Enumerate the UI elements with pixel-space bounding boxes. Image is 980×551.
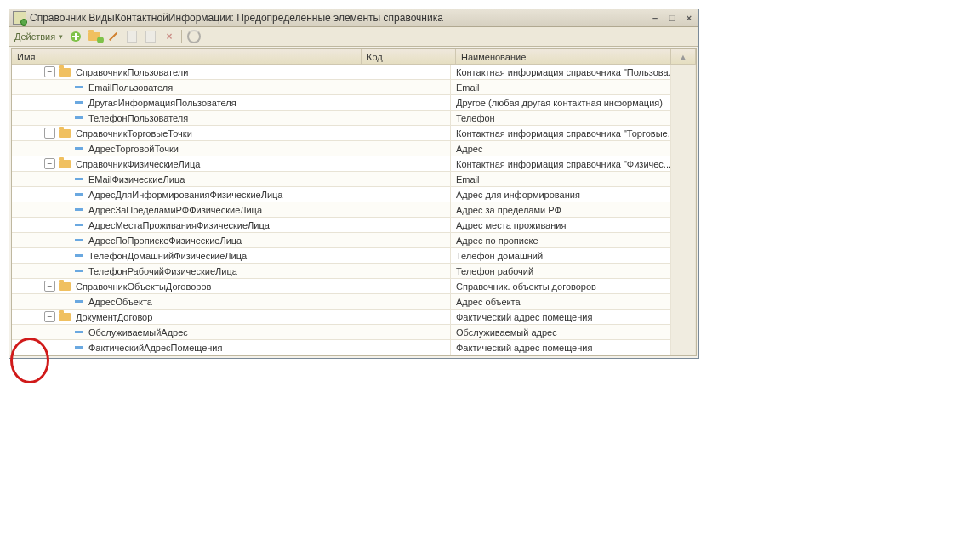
scrollbar-track[interactable]: [671, 340, 696, 355]
scrollbar-track[interactable]: [671, 111, 696, 126]
scrollbar-track[interactable]: [671, 187, 696, 202]
expander-icon[interactable]: −: [44, 158, 55, 169]
table-row[interactable]: −СправочникФизическиеЛицаКонтактная инфо…: [12, 156, 696, 172]
table-row[interactable]: АдресДляИнформированияФизическиеЛицаАдре…: [12, 187, 696, 202]
table-row[interactable]: −СправочникТорговыеТочкиКонтактная инфор…: [12, 126, 696, 141]
scrollbar-track[interactable]: [671, 233, 696, 248]
row-name: АдресОбъекта: [88, 297, 152, 307]
row-name: СправочникПользователи: [76, 67, 188, 77]
move-button[interactable]: [144, 30, 157, 43]
scrollbar-track[interactable]: [671, 294, 696, 310]
scrollbar-track[interactable]: [671, 310, 696, 325]
code-cell: [356, 233, 451, 248]
scrollbar-track[interactable]: [671, 218, 696, 233]
name-cell: ТелефонРабочийФизическиеЛица: [12, 264, 356, 279]
row-name: АдресМестаПроживанияФизическиеЛица: [88, 220, 270, 230]
code-cell: [356, 325, 451, 340]
expander-icon[interactable]: −: [44, 311, 55, 322]
desc-cell: Телефон домашний: [451, 248, 671, 264]
desc-cell: Email: [451, 80, 671, 95]
minimize-button[interactable]: –: [649, 12, 661, 24]
desc-cell: Телефон рабочий: [451, 264, 671, 279]
scrollbar-track[interactable]: [671, 95, 696, 111]
table-row[interactable]: АдресТорговойТочкиАдрес: [12, 141, 696, 156]
item-icon: [75, 239, 83, 241]
table-row[interactable]: ТелефонРабочийФизическиеЛицаТелефон рабо…: [12, 264, 696, 279]
name-cell: АдресОбъекта: [12, 294, 356, 310]
table-row[interactable]: −СправочникПользователиКонтактная информ…: [12, 65, 696, 80]
expander-icon[interactable]: −: [44, 66, 55, 77]
table-row[interactable]: ОбслуживаемыйАдресОбслуживаемый адрес: [12, 325, 696, 340]
expander-icon[interactable]: −: [44, 128, 55, 139]
name-cell: EMailФизическиеЛица: [12, 172, 356, 187]
col-header-desc[interactable]: Наименование: [456, 49, 671, 65]
pencil-icon: [109, 32, 117, 41]
table-row[interactable]: ТелефонДомашнийФизическиеЛицаТелефон дом…: [12, 248, 696, 264]
item-icon: [75, 346, 83, 349]
scrollbar-track[interactable]: [671, 264, 696, 279]
scrollbar-track[interactable]: [671, 202, 696, 218]
table-row[interactable]: EmailПользователяEmail: [12, 80, 696, 95]
scrollbar-track[interactable]: [671, 156, 696, 172]
scrollbar-track[interactable]: [671, 141, 696, 156]
scrollbar-track[interactable]: [671, 126, 696, 141]
separator: [181, 30, 182, 43]
folder-icon: [59, 282, 71, 291]
table-row[interactable]: АдресЗаПределамиРФФизическиеЛицаАдрес за…: [12, 202, 696, 218]
table-row[interactable]: ТелефонПользователяТелефон: [12, 111, 696, 126]
scrollbar-track[interactable]: [671, 325, 696, 340]
scrollbar-track[interactable]: [671, 80, 696, 95]
refresh-button[interactable]: [187, 30, 201, 43]
chevron-down-icon: ▼: [57, 33, 64, 41]
desc-cell: Другое (любая другая контактная информац…: [451, 95, 671, 111]
code-cell: [356, 202, 451, 218]
titlebar[interactable]: Справочник ВидыКонтактнойИнформации: Пре…: [9, 9, 698, 27]
actions-menu[interactable]: Действия ▼: [14, 31, 64, 42]
code-cell: [356, 264, 451, 279]
item-icon: [75, 86, 83, 88]
name-cell: ФактическийАдресПомещения: [12, 340, 356, 355]
name-cell: АдресТорговойТочки: [12, 141, 356, 156]
row-name: СправочникОбъектыДоговоров: [76, 281, 211, 292]
desc-cell: Обслуживаемый адрес: [451, 325, 671, 340]
scrollbar-track[interactable]: [671, 65, 696, 80]
scroll-up-button[interactable]: ▲: [671, 49, 696, 65]
item-icon: [75, 101, 83, 104]
delete-button[interactable]: ×: [162, 30, 176, 43]
table-row[interactable]: −СправочникОбъектыДоговоровСправочник. о…: [12, 279, 696, 294]
table-row[interactable]: АдресОбъектаАдрес объекта: [12, 294, 696, 310]
copy-button[interactable]: [125, 30, 139, 43]
expander-icon[interactable]: −: [44, 281, 55, 292]
scrollbar-track[interactable]: [671, 172, 696, 187]
name-cell: −СправочникПользователи: [12, 65, 356, 80]
col-header-name[interactable]: Имя: [12, 49, 362, 65]
table-row[interactable]: ФактическийАдресПомещенияФактический адр…: [12, 340, 696, 355]
row-name: EMailФизическиеЛица: [88, 174, 185, 185]
desc-cell: Справочник. объекты договоров: [451, 279, 671, 294]
add-folder-button[interactable]: [88, 30, 101, 43]
close-button[interactable]: ×: [683, 12, 695, 24]
row-name: ДругаяИнформацияПользователя: [88, 98, 236, 108]
scrollbar-track[interactable]: [671, 248, 696, 264]
row-name: АдресЗаПределамиРФФизическиеЛица: [88, 205, 262, 215]
table-row[interactable]: EMailФизическиеЛицаEmail: [12, 172, 696, 187]
scrollbar-track[interactable]: [671, 279, 696, 294]
maximize-button[interactable]: □: [666, 12, 678, 24]
table-row[interactable]: −ДокументДоговорФактический адрес помеще…: [12, 310, 696, 325]
table-row[interactable]: АдресМестаПроживанияФизическиеЛицаАдрес …: [12, 218, 696, 233]
row-name: АдресПоПропискеФизическиеЛица: [88, 236, 242, 246]
x-icon: ×: [167, 31, 173, 43]
item-icon: [75, 147, 83, 150]
desc-cell: Контактная информация справочника "Физич…: [451, 156, 671, 172]
edit-button[interactable]: [106, 30, 120, 43]
item-icon: [75, 208, 83, 211]
col-header-code[interactable]: Код: [362, 49, 456, 65]
name-cell: АдресПоПропискеФизическиеЛица: [12, 233, 356, 248]
code-cell: [356, 340, 451, 355]
name-cell: −СправочникОбъектыДоговоров: [12, 279, 356, 294]
add-button[interactable]: [69, 30, 83, 43]
table-row[interactable]: ДругаяИнформацияПользователяДругое (люба…: [12, 95, 696, 111]
desc-cell: Контактная информация справочника "Польз…: [451, 65, 671, 80]
table-row[interactable]: АдресПоПропискеФизическиеЛицаАдрес по пр…: [12, 233, 696, 248]
code-cell: [356, 80, 451, 95]
